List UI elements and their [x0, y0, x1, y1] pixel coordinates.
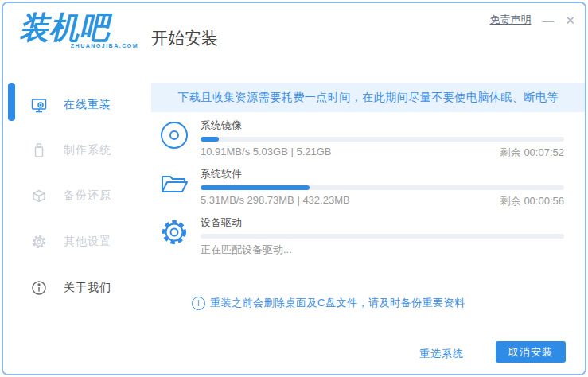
sidebar-item-about-us[interactable]: 关于我们 [3, 272, 151, 304]
notice-banner: 下载且收集资源需要耗费一点时间，在此期间尽量不要使电脑休眠、断电等 [151, 83, 585, 112]
window-controls: 免责声明 — ✕ [489, 13, 575, 27]
task-row-device-driver: 设备驱动 正在匹配设备驱动... [158, 216, 564, 257]
reselect-system-link[interactable]: 重选系统 [419, 347, 464, 361]
disclaimer-link[interactable]: 免责声明 [489, 13, 531, 27]
footer-bar: 重选系统 取消安装 [151, 332, 585, 374]
disc-icon [158, 119, 190, 152]
sidebar-item-label: 其他设置 [64, 235, 111, 249]
sidebar-item-other-settings[interactable]: 其他设置 [3, 226, 151, 258]
sidebar-item-label: 在线重装 [64, 98, 111, 112]
task-label: 系统软件 [201, 167, 564, 181]
sidebar: 在线重装 制作系统 备份还原 [3, 75, 151, 374]
monitor-reinstall-icon [30, 96, 48, 114]
sidebar-item-online-reinstall[interactable]: 在线重装 [3, 89, 151, 121]
sidebar-item-backup-restore[interactable]: 备份还原 [3, 180, 151, 212]
task-label: 设备驱动 [201, 216, 564, 230]
task-stats: 10.91MB/s 5.03GB | 5.21GB [201, 146, 332, 160]
progress-bar [201, 185, 564, 190]
task-status: 正在匹配设备驱动... [201, 243, 292, 257]
cancel-install-button[interactable]: 取消安装 [496, 341, 566, 363]
task-row-system-software: 系统软件 5.31MB/s 298.73MB | 432.23MB 剩余 00:… [158, 167, 564, 208]
page-title: 开始安装 [151, 27, 218, 49]
gear-icon [30, 233, 48, 251]
sidebar-item-make-system[interactable]: 制作系统 [3, 134, 151, 166]
progress-bar [201, 137, 564, 142]
download-task-list: 系统镜像 10.91MB/s 5.03GB | 5.21GB 剩余 00:07:… [158, 119, 564, 257]
folder-icon [158, 167, 190, 200]
sidebar-item-label: 备份还原 [64, 188, 111, 203]
usb-drive-icon [30, 142, 48, 159]
logo-text: 装机吧 [19, 10, 138, 45]
sidebar-item-label: 制作系统 [64, 143, 111, 157]
app-logo: 装机吧 ZHUANGJIBA.COM [19, 11, 138, 49]
backup-warning: i 重装之前会删除桌面及C盘文件，请及时备份重要资料 [192, 296, 465, 310]
installer-window: 装机吧 ZHUANGJIBA.COM 开始安装 免责声明 — ✕ 在线重装 [2, 2, 586, 375]
task-remaining: 剩余 00:00:56 [500, 194, 564, 208]
task-label: 系统镜像 [201, 119, 564, 133]
progress-bar [201, 234, 564, 239]
info-circle-icon [30, 279, 48, 297]
main-content: 下载且收集资源需要耗费一点时间，在此期间尽量不要使电脑休眠、断电等 系统镜像 1… [151, 75, 585, 374]
header: 装机吧 ZHUANGJIBA.COM 开始安装 免责声明 — ✕ [3, 3, 585, 75]
task-remaining: 剩余 00:07:52 [500, 146, 564, 160]
sidebar-item-label: 关于我们 [64, 281, 111, 295]
info-icon: i [192, 297, 205, 310]
task-row-system-image: 系统镜像 10.91MB/s 5.03GB | 5.21GB 剩余 00:07:… [158, 119, 564, 160]
backup-box-icon [30, 187, 48, 204]
minimize-icon[interactable]: — [542, 14, 554, 26]
close-icon[interactable]: ✕ [565, 14, 575, 26]
task-stats: 5.31MB/s 298.73MB | 432.23MB [201, 194, 350, 208]
gear-icon [158, 216, 190, 249]
warning-text: 重装之前会删除桌面及C盘文件，请及时备份重要资料 [210, 296, 465, 310]
